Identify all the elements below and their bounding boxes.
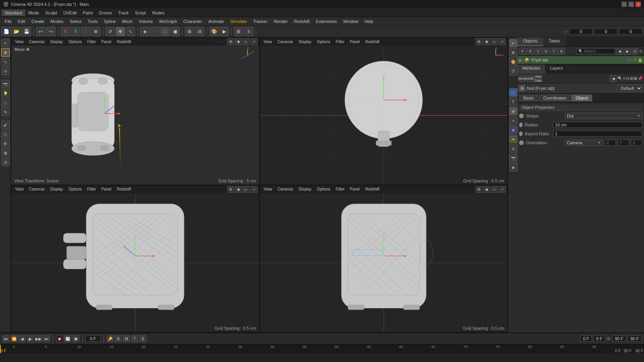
obj-file-btn[interactable]: F — [519, 48, 526, 55]
close-button[interactable]: ✕ — [635, 2, 641, 7]
model-icon[interactable]: □ — [1, 98, 10, 107]
attr-mode-btn[interactable]: Mode — [519, 75, 526, 82]
module-mode[interactable]: Mode — [25, 10, 42, 16]
module-track[interactable]: Track — [115, 10, 132, 16]
point-mode-btn[interactable]: · — [150, 27, 160, 36]
vp-menu-view[interactable]: View — [13, 39, 26, 44]
right-vp-display[interactable]: Display — [48, 187, 65, 192]
nav-sync-btn[interactable]: ⊡ — [632, 48, 639, 55]
fryer-object-item[interactable]: ▶ 📦 Fryer.stp 👁 🔒 — [518, 56, 644, 64]
menu-animate[interactable]: Animate — [205, 18, 227, 24]
new-btn[interactable]: 📄 — [2, 27, 11, 36]
front-vp-panel[interactable]: Panel — [347, 187, 362, 192]
module-nodes[interactable]: Nodes — [149, 10, 168, 16]
tl-settings-icon[interactable]: ⚙ — [607, 336, 611, 341]
vp-menu-display[interactable]: Display — [48, 39, 65, 44]
maximize-button[interactable]: □ — [628, 2, 634, 7]
vp-ctrl-1[interactable]: ⊞ — [227, 38, 234, 45]
vp-menu-cameras[interactable]: Cameras — [27, 39, 47, 44]
vp-menu-options[interactable]: Options — [66, 39, 84, 44]
right-vp-options[interactable]: Options — [66, 187, 84, 192]
move-tool-icon[interactable]: ✥ — [1, 48, 10, 57]
obj-mode-btn[interactable]: ◈ — [140, 27, 149, 36]
sculpt-icon[interactable]: ⬡ — [1, 130, 10, 138]
snap2-btn[interactable]: ⊟ — [195, 27, 204, 36]
front-vp-ctrl3[interactable]: ▷ — [491, 186, 498, 193]
viewport-front[interactable]: View Cameras Display Options Filter Pane… — [260, 185, 508, 333]
menu-mograph[interactable]: MoGraph — [156, 18, 180, 24]
tl-end-btn[interactable]: ⏭ — [43, 335, 50, 342]
grid2-btn[interactable]: ≡ — [244, 27, 253, 36]
camera-tool-icon[interactable]: 📷 — [1, 80, 10, 88]
rotate-btn[interactable]: ↺ — [105, 27, 115, 36]
select-tool-icon[interactable]: ↖ — [1, 39, 10, 47]
right-vp-ctrl2[interactable]: ◉ — [235, 186, 242, 193]
menu-spline[interactable]: Spline — [101, 18, 119, 24]
obj-edit-btn[interactable]: E — [527, 48, 534, 55]
aspect-input[interactable] — [553, 131, 642, 137]
top-vp-panel[interactable]: Panel — [347, 39, 362, 44]
z-coord-input[interactable] — [619, 28, 642, 35]
orient-z[interactable] — [631, 140, 642, 146]
front-vp-options[interactable]: Options — [314, 187, 332, 192]
viewport-right[interactable]: View Cameras Display Options Filter Pane… — [11, 185, 260, 333]
vp-menu-redshift[interactable]: Redshift — [114, 39, 133, 44]
timeline-icon[interactable]: ⏱ — [509, 67, 518, 75]
frame-input[interactable] — [85, 336, 101, 342]
tl-stop-btn[interactable]: ⏹ — [72, 335, 79, 342]
coordinates-tab[interactable]: Coordinates — [539, 94, 570, 101]
front-vp-view[interactable]: View — [261, 187, 275, 192]
menu-tracker[interactable]: Tracker — [250, 18, 271, 24]
menu-redshift[interactable]: Redshift — [291, 18, 312, 24]
poly-mode-btn[interactable]: ▣ — [170, 27, 180, 36]
layers-tab[interactable]: Layers — [545, 65, 568, 74]
front-vp-max[interactable]: ⤢ — [499, 186, 506, 193]
layer-color-btn[interactable] — [639, 50, 642, 53]
null-icon[interactable]: ⊕ — [509, 107, 518, 115]
menu-create[interactable]: Create — [28, 18, 47, 24]
obj-tags-btn[interactable]: T — [550, 48, 557, 55]
camera-right-icon[interactable]: 📷 — [509, 154, 518, 162]
menu-select[interactable]: Select — [67, 18, 85, 24]
render2-btn[interactable]: ▶ — [219, 27, 229, 36]
obj-view-btn[interactable]: V — [535, 48, 542, 55]
knife-icon[interactable]: ⊠ — [1, 149, 10, 157]
vp-ctrl-3[interactable]: ▷ — [243, 38, 250, 45]
field-icon[interactable]: ◈ — [509, 163, 518, 171]
top-vp-view[interactable]: View — [261, 39, 275, 44]
vp-menu-panel[interactable]: Panel — [99, 39, 114, 44]
timeline-ruler[interactable]: 0 5 10 15 20 25 30 35 40 45 50 55 60 65 … — [0, 345, 644, 353]
obj-visible-icon[interactable]: 👁 — [633, 58, 637, 62]
right-vp-ctrl1[interactable]: ⊞ — [227, 186, 234, 193]
tl-key-btn[interactable]: 🔑 — [107, 335, 114, 342]
basic-tab[interactable]: Basic — [519, 94, 538, 101]
viewport-top[interactable]: View Cameras Display Options Filter Pane… — [260, 37, 508, 185]
attributes-tab[interactable]: Attributes — [518, 65, 545, 74]
attributes-view-icon[interactable]: ⚙ — [509, 48, 518, 57]
menu-tools[interactable]: Tools — [84, 18, 101, 24]
front-vp-filter[interactable]: Filter — [333, 187, 347, 192]
obj-lock-icon[interactable]: 🔒 — [638, 58, 642, 62]
tl-play-btn[interactable]: ▶ — [27, 335, 34, 342]
vp-menu-filter[interactable]: Filter — [85, 39, 98, 44]
tl-auto-btn[interactable]: A — [115, 335, 122, 342]
tl-track-btn[interactable]: T — [131, 335, 138, 342]
attr-edit-btn[interactable]: Edit — [527, 75, 534, 82]
top-vp-max[interactable]: ⤢ — [499, 38, 506, 45]
brush-icon[interactable]: ✎ — [1, 108, 10, 116]
render-btn[interactable]: 🎨 — [209, 27, 219, 36]
tl-start-btn[interactable]: ⏮ — [2, 335, 9, 342]
right-vp-cameras[interactable]: Cameras — [27, 187, 47, 192]
nav-right-btn[interactable]: ▶ — [624, 48, 631, 55]
tl-motion-btn[interactable]: M — [123, 335, 130, 342]
attr-dropdown[interactable]: Default — [617, 85, 642, 92]
cube-icon[interactable]: □ — [509, 88, 518, 97]
module-standard[interactable]: Standard — [2, 10, 25, 16]
top-vp-cameras[interactable]: Cameras — [275, 39, 296, 44]
menu-file[interactable]: File — [2, 18, 15, 24]
object-search-input[interactable] — [584, 49, 615, 53]
objects-tab[interactable]: Objects — [518, 37, 543, 46]
open-btn[interactable]: 📂 — [12, 27, 21, 36]
right-vp-max[interactable]: ⤢ — [251, 186, 258, 193]
tl-loop-btn[interactable]: 🔄 — [64, 335, 71, 342]
